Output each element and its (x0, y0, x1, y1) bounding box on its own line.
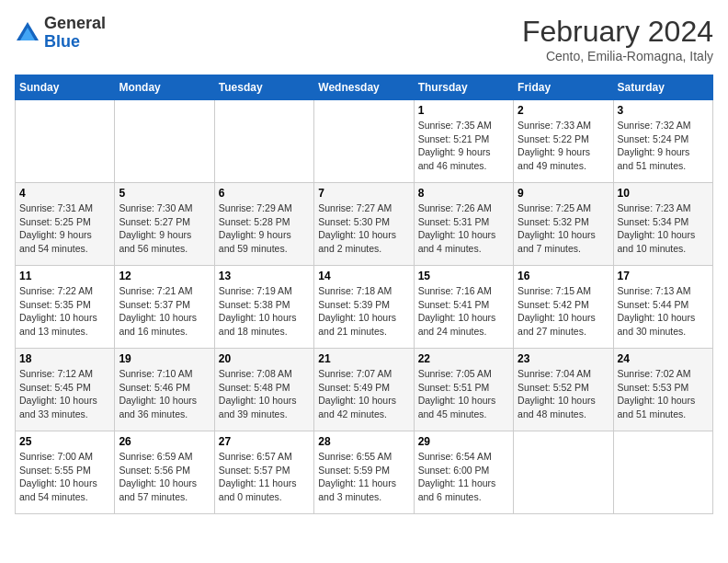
day-info: Sunrise: 7:16 AM Sunset: 5:41 PM Dayligh… (418, 284, 509, 339)
calendar-cell: 24Sunrise: 7:02 AM Sunset: 5:53 PM Dayli… (613, 349, 712, 431)
day-number: 4 (19, 187, 110, 200)
logo-general-text: General (44, 14, 106, 32)
calendar-cell: 23Sunrise: 7:04 AM Sunset: 5:52 PM Dayli… (514, 349, 613, 431)
logo-blue-text: Blue (44, 32, 80, 51)
location: Cento, Emilia-Romagna, Italy (522, 49, 713, 63)
calendar-cell: 11Sunrise: 7:22 AM Sunset: 5:35 PM Dayli… (16, 266, 115, 349)
calendar-cell: 13Sunrise: 7:19 AM Sunset: 5:38 PM Dayli… (214, 266, 313, 349)
day-info: Sunrise: 7:32 AM Sunset: 5:24 PM Dayligh… (618, 119, 709, 173)
day-number: 11 (19, 270, 110, 282)
week-row-5: 25Sunrise: 7:00 AM Sunset: 5:55 PM Dayli… (16, 431, 713, 514)
calendar-cell: 17Sunrise: 7:13 AM Sunset: 5:44 PM Dayli… (613, 266, 712, 349)
day-info: Sunrise: 7:26 AM Sunset: 5:31 PM Dayligh… (418, 201, 509, 256)
calendar-cell: 19Sunrise: 7:10 AM Sunset: 5:46 PM Dayli… (115, 349, 214, 431)
month-title: February 2024 (522, 15, 713, 49)
calendar-cell: 2Sunrise: 7:33 AM Sunset: 5:22 PM Daylig… (514, 100, 613, 183)
day-header-tuesday: Tuesday (214, 75, 313, 100)
day-info: Sunrise: 7:04 AM Sunset: 5:52 PM Dayligh… (518, 367, 609, 421)
week-row-4: 18Sunrise: 7:12 AM Sunset: 5:45 PM Dayli… (16, 349, 713, 431)
day-number: 6 (219, 187, 310, 200)
week-row-2: 4Sunrise: 7:31 AM Sunset: 5:25 PM Daylig… (16, 183, 713, 266)
day-number: 12 (119, 270, 210, 282)
day-number: 16 (518, 270, 609, 282)
day-info: Sunrise: 7:27 AM Sunset: 5:30 PM Dayligh… (318, 201, 409, 256)
day-number: 15 (418, 270, 509, 282)
day-number: 13 (219, 270, 310, 282)
day-header-thursday: Thursday (414, 75, 513, 100)
calendar-cell (613, 431, 712, 514)
day-number: 8 (418, 187, 509, 200)
day-header-wednesday: Wednesday (314, 75, 414, 100)
day-number: 26 (119, 435, 210, 448)
calendar-cell: 22Sunrise: 7:05 AM Sunset: 5:51 PM Dayli… (414, 349, 513, 431)
day-number: 18 (19, 352, 110, 365)
day-number: 29 (418, 435, 509, 448)
day-info: Sunrise: 7:05 AM Sunset: 5:51 PM Dayligh… (418, 367, 509, 421)
day-info: Sunrise: 7:07 AM Sunset: 5:49 PM Dayligh… (318, 367, 409, 421)
calendar-table: SundayMondayTuesdayWednesdayThursdayFrid… (15, 75, 713, 514)
day-number: 14 (318, 270, 409, 282)
calendar-cell: 12Sunrise: 7:21 AM Sunset: 5:37 PM Dayli… (115, 266, 214, 349)
calendar-cell: 10Sunrise: 7:23 AM Sunset: 5:34 PM Dayli… (613, 183, 712, 266)
calendar-cell: 25Sunrise: 7:00 AM Sunset: 5:55 PM Dayli… (16, 431, 115, 514)
calendar-cell (314, 100, 414, 183)
day-info: Sunrise: 7:19 AM Sunset: 5:38 PM Dayligh… (219, 284, 310, 339)
day-info: Sunrise: 7:12 AM Sunset: 5:45 PM Dayligh… (19, 367, 110, 421)
day-header-monday: Monday (115, 75, 214, 100)
day-info: Sunrise: 7:23 AM Sunset: 5:34 PM Dayligh… (618, 201, 709, 256)
day-number: 5 (119, 187, 210, 200)
day-info: Sunrise: 7:31 AM Sunset: 5:25 PM Dayligh… (19, 201, 110, 256)
day-header-sunday: Sunday (16, 75, 115, 100)
calendar-cell: 7Sunrise: 7:27 AM Sunset: 5:30 PM Daylig… (314, 183, 414, 266)
day-number: 22 (418, 352, 509, 365)
day-number: 20 (219, 352, 310, 365)
day-number: 3 (618, 104, 709, 117)
day-info: Sunrise: 7:10 AM Sunset: 5:46 PM Dayligh… (119, 367, 210, 421)
calendar-cell (514, 431, 613, 514)
day-number: 19 (119, 352, 210, 365)
day-info: Sunrise: 7:22 AM Sunset: 5:35 PM Dayligh… (19, 284, 110, 339)
calendar-cell (214, 100, 313, 183)
logo-text: General Blue (44, 15, 106, 52)
calendar-cell: 18Sunrise: 7:12 AM Sunset: 5:45 PM Dayli… (16, 349, 115, 431)
day-info: Sunrise: 7:30 AM Sunset: 5:27 PM Dayligh… (119, 201, 210, 256)
calendar-cell: 8Sunrise: 7:26 AM Sunset: 5:31 PM Daylig… (414, 183, 513, 266)
day-info: Sunrise: 7:00 AM Sunset: 5:55 PM Dayligh… (19, 450, 110, 504)
calendar-cell: 20Sunrise: 7:08 AM Sunset: 5:48 PM Dayli… (214, 349, 313, 431)
day-header-saturday: Saturday (613, 75, 712, 100)
logo-icon (15, 20, 40, 46)
week-row-3: 11Sunrise: 7:22 AM Sunset: 5:35 PM Dayli… (16, 266, 713, 349)
calendar-cell: 6Sunrise: 7:29 AM Sunset: 5:28 PM Daylig… (214, 183, 313, 266)
calendar-cell: 1Sunrise: 7:35 AM Sunset: 5:21 PM Daylig… (414, 100, 513, 183)
day-info: Sunrise: 7:08 AM Sunset: 5:48 PM Dayligh… (219, 367, 310, 421)
days-header-row: SundayMondayTuesdayWednesdayThursdayFrid… (16, 75, 713, 100)
calendar-cell: 15Sunrise: 7:16 AM Sunset: 5:41 PM Dayli… (414, 266, 513, 349)
day-info: Sunrise: 6:59 AM Sunset: 5:56 PM Dayligh… (119, 450, 210, 504)
day-number: 2 (518, 104, 609, 117)
calendar-cell: 21Sunrise: 7:07 AM Sunset: 5:49 PM Dayli… (314, 349, 414, 431)
calendar-cell: 3Sunrise: 7:32 AM Sunset: 5:24 PM Daylig… (613, 100, 712, 183)
title-block: February 2024 Cento, Emilia-Romagna, Ita… (522, 15, 713, 63)
day-number: 27 (219, 435, 310, 448)
day-info: Sunrise: 7:35 AM Sunset: 5:21 PM Dayligh… (418, 119, 509, 173)
calendar-cell: 16Sunrise: 7:15 AM Sunset: 5:42 PM Dayli… (514, 266, 613, 349)
day-info: Sunrise: 6:54 AM Sunset: 6:00 PM Dayligh… (418, 450, 509, 504)
day-info: Sunrise: 7:18 AM Sunset: 5:39 PM Dayligh… (318, 284, 409, 339)
calendar-cell: 14Sunrise: 7:18 AM Sunset: 5:39 PM Dayli… (314, 266, 414, 349)
page-header: General Blue February 2024 Cento, Emilia… (15, 15, 713, 63)
day-number: 17 (618, 270, 709, 282)
week-row-1: 1Sunrise: 7:35 AM Sunset: 5:21 PM Daylig… (16, 100, 713, 183)
day-info: Sunrise: 6:57 AM Sunset: 5:57 PM Dayligh… (219, 450, 310, 504)
calendar-cell: 9Sunrise: 7:25 AM Sunset: 5:32 PM Daylig… (514, 183, 613, 266)
day-header-friday: Friday (514, 75, 613, 100)
day-info: Sunrise: 7:29 AM Sunset: 5:28 PM Dayligh… (219, 201, 310, 256)
day-info: Sunrise: 7:21 AM Sunset: 5:37 PM Dayligh… (119, 284, 210, 339)
day-number: 1 (418, 104, 509, 117)
day-info: Sunrise: 6:55 AM Sunset: 5:59 PM Dayligh… (318, 450, 409, 504)
calendar-cell: 28Sunrise: 6:55 AM Sunset: 5:59 PM Dayli… (314, 431, 414, 514)
day-number: 21 (318, 352, 409, 365)
day-number: 25 (19, 435, 110, 448)
calendar-cell (115, 100, 214, 183)
day-number: 7 (318, 187, 409, 200)
calendar-cell (16, 100, 115, 183)
